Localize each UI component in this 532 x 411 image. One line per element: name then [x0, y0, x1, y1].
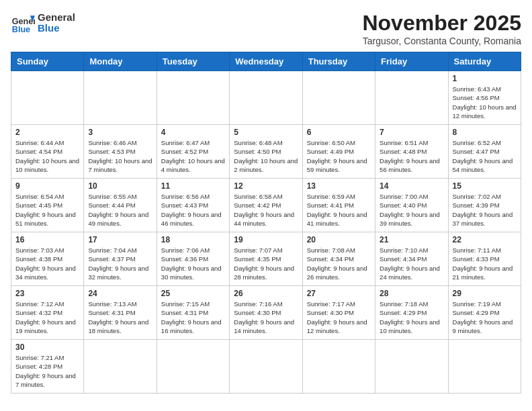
day-info: Sunrise: 7:08 AM Sunset: 4:34 PM Dayligh… — [307, 246, 371, 281]
day-info: Sunrise: 7:11 AM Sunset: 4:33 PM Dayligh… — [453, 246, 517, 281]
calendar-cell: 23Sunrise: 7:12 AM Sunset: 4:32 PM Dayli… — [11, 286, 84, 340]
calendar-cell: 12Sunrise: 6:58 AM Sunset: 4:42 PM Dayli… — [230, 179, 302, 232]
day-number: 24 — [88, 289, 152, 298]
day-info: Sunrise: 7:06 AM Sunset: 4:36 PM Dayligh… — [161, 246, 225, 281]
calendar-cell: 27Sunrise: 7:17 AM Sunset: 4:30 PM Dayli… — [302, 286, 375, 340]
week-row-5: 30Sunrise: 7:21 AM Sunset: 4:28 PM Dayli… — [11, 340, 521, 394]
calendar-cell: 10Sunrise: 6:55 AM Sunset: 4:44 PM Dayli… — [84, 179, 157, 232]
day-number: 15 — [453, 181, 517, 191]
calendar-header-row: SundayMondayTuesdayWednesdayThursdayFrid… — [11, 52, 521, 71]
logo-icon: General Blue — [11, 11, 35, 35]
day-info: Sunrise: 7:15 AM Sunset: 4:31 PM Dayligh… — [161, 300, 225, 335]
calendar-cell — [375, 340, 448, 394]
calendar-cell — [302, 340, 375, 394]
calendar: SundayMondayTuesdayWednesdayThursdayFrid… — [11, 52, 521, 394]
week-row-2: 9Sunrise: 6:54 AM Sunset: 4:45 PM Daylig… — [11, 179, 521, 232]
calendar-cell: 29Sunrise: 7:19 AM Sunset: 4:29 PM Dayli… — [448, 286, 521, 340]
day-header-thursday: Thursday — [302, 52, 375, 71]
subtitle: Targusor, Constanta County, Romania — [362, 36, 521, 46]
day-info: Sunrise: 7:10 AM Sunset: 4:34 PM Dayligh… — [380, 246, 443, 281]
week-row-0: 1Sunrise: 6:43 AM Sunset: 4:56 PM Daylig… — [11, 71, 521, 125]
header: General Blue General Blue November 2025 … — [11, 11, 521, 46]
week-row-3: 16Sunrise: 7:03 AM Sunset: 4:38 PM Dayli… — [11, 232, 521, 286]
day-header-wednesday: Wednesday — [230, 52, 302, 71]
calendar-cell: 14Sunrise: 7:00 AM Sunset: 4:40 PM Dayli… — [375, 179, 448, 232]
calendar-cell — [375, 71, 448, 125]
day-number: 3 — [88, 128, 152, 137]
logo-blue: Blue — [38, 22, 60, 34]
day-info: Sunrise: 7:19 AM Sunset: 4:29 PM Dayligh… — [453, 300, 517, 335]
day-number: 5 — [234, 128, 298, 137]
day-number: 13 — [307, 181, 371, 191]
calendar-cell: 9Sunrise: 6:54 AM Sunset: 4:45 PM Daylig… — [11, 179, 84, 232]
svg-text:Blue: Blue — [12, 25, 30, 34]
day-info: Sunrise: 6:51 AM Sunset: 4:48 PM Dayligh… — [380, 138, 443, 174]
day-info: Sunrise: 7:18 AM Sunset: 4:29 PM Dayligh… — [380, 300, 443, 335]
day-info: Sunrise: 6:58 AM Sunset: 4:42 PM Dayligh… — [234, 192, 298, 228]
day-info: Sunrise: 7:03 AM Sunset: 4:38 PM Dayligh… — [15, 246, 79, 281]
day-info: Sunrise: 6:47 AM Sunset: 4:52 PM Dayligh… — [161, 138, 225, 174]
calendar-cell: 17Sunrise: 7:04 AM Sunset: 4:37 PM Dayli… — [84, 232, 157, 286]
calendar-cell: 15Sunrise: 7:02 AM Sunset: 4:39 PM Dayli… — [448, 179, 521, 232]
calendar-cell: 7Sunrise: 6:51 AM Sunset: 4:48 PM Daylig… — [375, 125, 448, 179]
title-area: November 2025 Targusor, Constanta County… — [362, 11, 521, 46]
month-title: November 2025 — [362, 11, 521, 36]
day-number: 29 — [453, 289, 517, 298]
day-info: Sunrise: 7:02 AM Sunset: 4:39 PM Dayligh… — [453, 192, 517, 228]
day-number: 11 — [161, 181, 225, 191]
calendar-cell: 26Sunrise: 7:16 AM Sunset: 4:30 PM Dayli… — [230, 286, 302, 340]
day-number: 8 — [453, 128, 517, 137]
day-header-friday: Friday — [375, 52, 448, 71]
day-info: Sunrise: 7:21 AM Sunset: 4:28 PM Dayligh… — [15, 353, 79, 389]
day-number: 21 — [380, 235, 443, 244]
calendar-cell — [11, 71, 84, 125]
day-number: 6 — [307, 128, 371, 137]
day-info: Sunrise: 6:59 AM Sunset: 4:41 PM Dayligh… — [307, 192, 371, 228]
day-number: 20 — [307, 235, 371, 244]
calendar-cell — [230, 71, 302, 125]
day-number: 12 — [234, 181, 298, 191]
day-number: 18 — [161, 235, 225, 244]
week-row-4: 23Sunrise: 7:12 AM Sunset: 4:32 PM Dayli… — [11, 286, 521, 340]
day-number: 30 — [15, 342, 79, 352]
day-number: 4 — [161, 128, 225, 137]
calendar-cell: 1Sunrise: 6:43 AM Sunset: 4:56 PM Daylig… — [448, 71, 521, 125]
day-number: 7 — [380, 128, 443, 137]
day-header-sunday: Sunday — [11, 52, 84, 71]
calendar-cell: 22Sunrise: 7:11 AM Sunset: 4:33 PM Dayli… — [448, 232, 521, 286]
day-info: Sunrise: 6:50 AM Sunset: 4:49 PM Dayligh… — [307, 138, 371, 174]
day-header-saturday: Saturday — [448, 52, 521, 71]
day-number: 10 — [88, 181, 152, 191]
day-number: 14 — [380, 181, 443, 191]
calendar-cell: 2Sunrise: 6:44 AM Sunset: 4:54 PM Daylig… — [11, 125, 84, 179]
day-number: 19 — [234, 235, 298, 244]
logo: General Blue General Blue — [11, 11, 75, 35]
calendar-cell — [157, 340, 229, 394]
calendar-cell — [84, 340, 157, 394]
calendar-cell: 13Sunrise: 6:59 AM Sunset: 4:41 PM Dayli… — [302, 179, 375, 232]
calendar-cell: 3Sunrise: 6:46 AM Sunset: 4:53 PM Daylig… — [84, 125, 157, 179]
day-info: Sunrise: 6:46 AM Sunset: 4:53 PM Dayligh… — [88, 138, 152, 174]
day-info: Sunrise: 7:04 AM Sunset: 4:37 PM Dayligh… — [88, 246, 152, 281]
day-info: Sunrise: 7:16 AM Sunset: 4:30 PM Dayligh… — [234, 300, 298, 335]
day-info: Sunrise: 7:17 AM Sunset: 4:30 PM Dayligh… — [307, 300, 371, 335]
calendar-cell — [302, 71, 375, 125]
day-info: Sunrise: 6:55 AM Sunset: 4:44 PM Dayligh… — [88, 192, 152, 228]
logo-general: General — [38, 11, 75, 23]
day-number: 16 — [15, 235, 79, 244]
week-row-1: 2Sunrise: 6:44 AM Sunset: 4:54 PM Daylig… — [11, 125, 521, 179]
day-info: Sunrise: 7:07 AM Sunset: 4:35 PM Dayligh… — [234, 246, 298, 281]
calendar-cell — [230, 340, 302, 394]
calendar-cell: 24Sunrise: 7:13 AM Sunset: 4:31 PM Dayli… — [84, 286, 157, 340]
day-number: 25 — [161, 289, 225, 298]
day-number: 17 — [88, 235, 152, 244]
calendar-cell: 30Sunrise: 7:21 AM Sunset: 4:28 PM Dayli… — [11, 340, 84, 394]
calendar-cell: 16Sunrise: 7:03 AM Sunset: 4:38 PM Dayli… — [11, 232, 84, 286]
day-number: 23 — [15, 289, 79, 298]
calendar-cell — [448, 340, 521, 394]
day-number: 27 — [307, 289, 371, 298]
calendar-cell: 4Sunrise: 6:47 AM Sunset: 4:52 PM Daylig… — [157, 125, 229, 179]
calendar-cell: 8Sunrise: 6:52 AM Sunset: 4:47 PM Daylig… — [448, 125, 521, 179]
calendar-cell: 20Sunrise: 7:08 AM Sunset: 4:34 PM Dayli… — [302, 232, 375, 286]
calendar-cell: 18Sunrise: 7:06 AM Sunset: 4:36 PM Dayli… — [157, 232, 229, 286]
